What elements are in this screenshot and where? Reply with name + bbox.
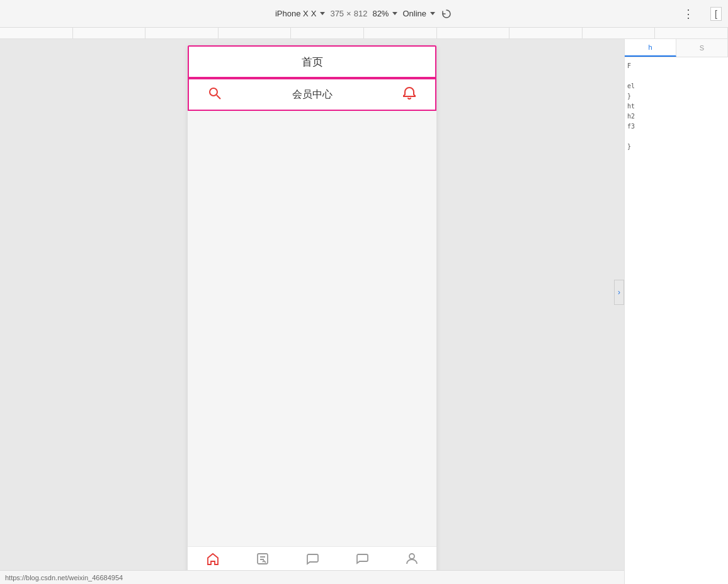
code-line: h2	[627, 112, 725, 122]
search-icon[interactable]	[208, 86, 222, 103]
code-line: f3	[627, 122, 725, 132]
code-line: el	[627, 81, 725, 91]
device-name: iPhone X	[275, 9, 309, 18]
panel-tab-s[interactable]: S	[676, 39, 728, 57]
dimensions-display: 375 × 812	[330, 9, 367, 18]
rotate-button[interactable]	[440, 8, 453, 20]
phone-header: 首页	[188, 45, 436, 78]
top-toolbar: iPhone X X 375 × 812 82% Online ⋮ [	[0, 0, 728, 28]
phone-content	[188, 111, 436, 546]
dim-separator: ×	[346, 9, 351, 18]
code-line: }	[627, 91, 725, 101]
header-title: 首页	[302, 55, 323, 69]
home-icon	[206, 552, 220, 569]
device-type-label: X	[311, 9, 317, 18]
code-line	[627, 132, 725, 142]
profile-icon	[405, 552, 419, 569]
ruler-segment	[0, 28, 73, 38]
bell-icon[interactable]	[402, 86, 416, 103]
ruler-segment	[437, 28, 510, 38]
device-selector[interactable]: iPhone X X	[275, 9, 325, 18]
ruler-segment	[291, 28, 364, 38]
network-dropdown-arrow	[430, 12, 435, 15]
device-dropdown-arrow	[320, 12, 325, 15]
ruler-segment	[73, 28, 146, 38]
panel-toggle-button[interactable]: [	[710, 7, 722, 21]
ruler	[0, 28, 728, 39]
network-value: Online	[402, 9, 426, 18]
svg-line-1	[217, 95, 220, 99]
code-line	[627, 71, 725, 81]
ruler-segment	[583, 28, 656, 38]
svg-point-0	[210, 88, 217, 96]
ruler-segment	[655, 28, 728, 38]
panel-tab-h[interactable]: h	[625, 39, 676, 57]
bottom-url-bar: https://blog.csdn.net/weixin_46684954	[0, 570, 624, 584]
svg-point-3	[409, 554, 414, 559]
right-panel: h S F el } ht h2 f3 }	[624, 39, 728, 584]
study-icon	[256, 552, 270, 569]
more-options-button[interactable]: ⋮	[683, 7, 695, 21]
phone-nav: 会员中心	[188, 78, 436, 111]
message-icon	[305, 552, 319, 569]
code-line: F	[627, 61, 725, 71]
community-icon	[355, 552, 369, 569]
height-value: 812	[354, 9, 368, 18]
zoom-selector[interactable]: 82%	[372, 9, 397, 18]
ruler-segment	[364, 28, 437, 38]
code-line: ht	[627, 101, 725, 112]
ruler-segment	[509, 28, 583, 38]
ruler-segment	[145, 28, 219, 38]
panel-content: F el } ht h2 f3 }	[625, 57, 728, 156]
panel-tabs: h S	[625, 39, 728, 57]
url-text: https://blog.csdn.net/weixin_46684954	[5, 574, 123, 581]
panel-collapse-arrow[interactable]: ›	[614, 280, 624, 305]
ruler-segment	[219, 28, 292, 38]
nav-center-label: 会员中心	[292, 88, 333, 101]
phone-frame: 首页 会员中心	[188, 45, 436, 584]
width-value: 375	[330, 9, 344, 18]
zoom-dropdown-arrow	[392, 12, 397, 15]
svg-rect-2	[258, 554, 268, 564]
code-line: }	[627, 142, 725, 152]
canvas-area: 首页 会员中心	[0, 39, 624, 584]
network-selector[interactable]: Online	[402, 9, 435, 18]
zoom-value: 82%	[372, 9, 389, 18]
